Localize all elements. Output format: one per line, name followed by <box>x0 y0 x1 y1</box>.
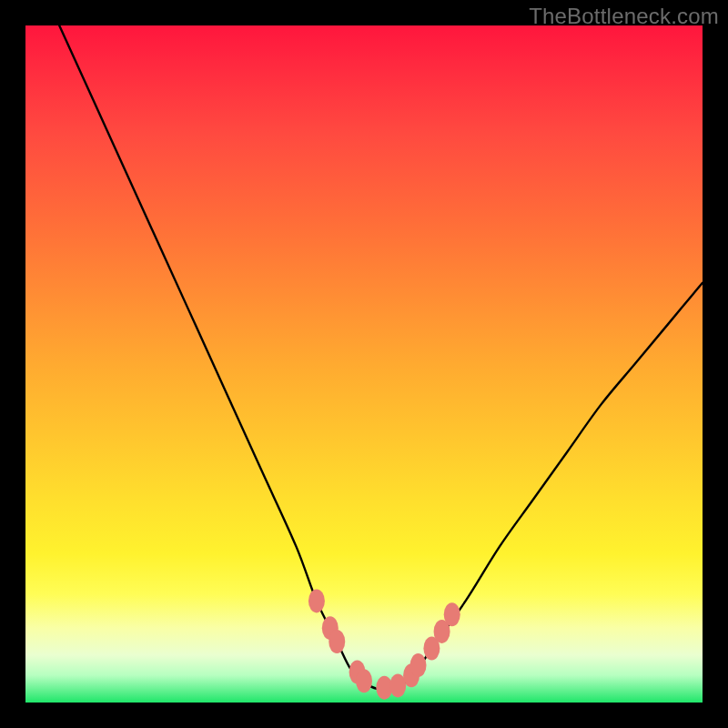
highlight-node <box>444 602 460 626</box>
bottleneck-curve <box>59 25 703 690</box>
highlight-node <box>410 653 427 677</box>
plot-area <box>25 25 703 703</box>
watermark-text: TheBottleneck.com <box>529 4 719 29</box>
highlight-node <box>329 630 345 653</box>
highlight-nodes <box>308 589 460 699</box>
chart-frame: TheBottleneck.com <box>0 0 728 728</box>
curve-svg <box>25 25 703 703</box>
highlight-node <box>356 669 372 693</box>
highlight-node <box>308 589 325 612</box>
